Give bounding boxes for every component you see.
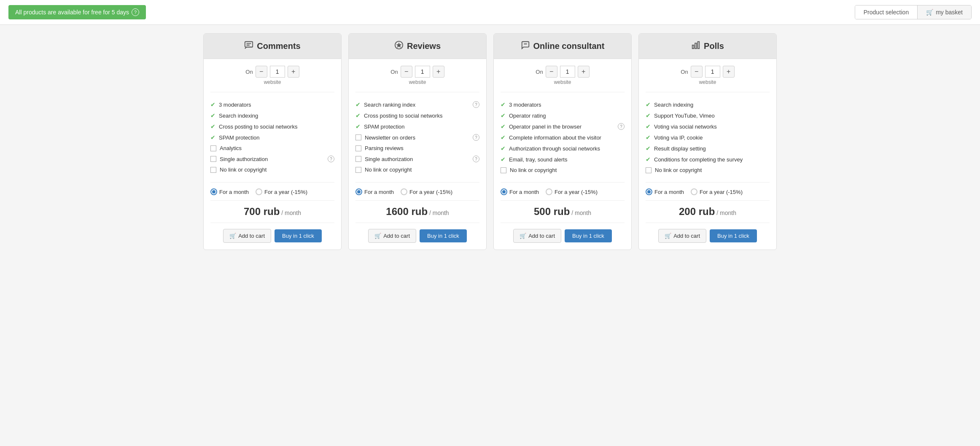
feature-item: ✔ Authorization through social networks	[501, 143, 625, 154]
buy-click-btn[interactable]: Buy in 1 click	[710, 229, 757, 242]
counter-increment-btn[interactable]: +	[723, 66, 735, 78]
billing-year-label: For a year (-15%)	[700, 189, 743, 195]
radio-year[interactable]	[691, 188, 697, 195]
billing-month-label: For a month	[654, 189, 684, 195]
add-cart-label: Add to cart	[383, 233, 410, 239]
radio-month[interactable]	[501, 188, 507, 195]
radio-month[interactable]	[646, 188, 652, 195]
website-counter-reviews: On − 1 + website	[355, 66, 479, 92]
feature-text: Email, tray, sound alerts	[509, 156, 567, 163]
nav-product-selection-label: Product selection	[864, 9, 909, 16]
counter-label: On	[681, 69, 688, 75]
counter-label: On	[536, 69, 543, 75]
top-navigation: Product selection 🛒 my basket	[855, 5, 972, 19]
feature-checkbox[interactable]	[355, 167, 361, 173]
feature-text: Search ranking index	[364, 102, 415, 108]
billing-month-label: For a month	[219, 189, 249, 195]
feature-checkbox[interactable]	[355, 145, 361, 151]
basket-icon: 🛒	[926, 9, 933, 16]
buy-click-btn[interactable]: Buy in 1 click	[275, 229, 322, 242]
feature-help-icon[interactable]: ?	[473, 156, 479, 162]
counter-value: 1	[270, 66, 285, 78]
promo-text: All products are available for free for …	[15, 9, 129, 16]
billing-year-option[interactable]: For a year (-15%)	[546, 188, 598, 195]
counter-increment-btn[interactable]: +	[288, 66, 299, 78]
billing-options: For a month For a year (-15%)	[355, 188, 479, 195]
radio-month[interactable]	[355, 188, 362, 195]
card-body-comments: On − 1 + website ✔ 3 moderators ✔ Search…	[204, 59, 341, 250]
feature-help-icon[interactable]: ?	[328, 156, 334, 162]
counter-label: On	[390, 69, 398, 75]
price-amount: 500 rub	[534, 206, 570, 217]
buy-click-btn[interactable]: Buy in 1 click	[420, 229, 467, 242]
radio-year[interactable]	[401, 188, 407, 195]
billing-year-option[interactable]: For a year (-15%)	[401, 188, 452, 195]
comments-icon	[244, 40, 253, 52]
website-text: website	[554, 79, 571, 85]
counter-decrement-btn[interactable]: −	[256, 66, 267, 78]
radio-year[interactable]	[256, 188, 262, 195]
features-list-online-consultant: ✔ 3 moderators ✔ Operator rating ✔ Opera…	[501, 99, 625, 175]
billing-month-option[interactable]: For a month	[501, 188, 539, 195]
feature-text: Single authorization	[220, 156, 268, 162]
feature-text: No link or copyright	[510, 167, 557, 173]
radio-year[interactable]	[546, 188, 552, 195]
billing-year-option[interactable]: For a year (-15%)	[691, 188, 743, 195]
add-to-cart-btn[interactable]: 🛒 Add to cart	[513, 229, 561, 243]
feature-help-icon[interactable]: ?	[473, 101, 479, 108]
feature-text: Cross posting to social networks	[364, 113, 442, 119]
counter-increment-btn[interactable]: +	[433, 66, 444, 78]
feature-help-icon[interactable]: ?	[618, 123, 625, 130]
feature-item: No link or copyright	[646, 165, 770, 175]
check-icon: ✔	[210, 123, 215, 130]
counter-decrement-btn[interactable]: −	[546, 66, 557, 78]
check-icon: ✔	[646, 123, 651, 130]
feature-checkbox[interactable]	[210, 145, 216, 151]
feature-item: ✔ SPAM protection	[210, 132, 334, 143]
feature-checkbox[interactable]	[210, 167, 216, 173]
counter-increment-btn[interactable]: +	[578, 66, 590, 78]
billing-month-option[interactable]: For a month	[646, 188, 684, 195]
price-section-comments: 700 rub / month	[210, 200, 334, 223]
feature-text: Voting via IP, cookie	[654, 134, 703, 141]
card-header-reviews: Reviews	[349, 34, 486, 59]
features-list-comments: ✔ 3 moderators ✔ Search indexing ✔ Cross…	[210, 99, 334, 175]
feature-checkbox[interactable]	[355, 156, 361, 162]
buy-click-btn[interactable]: Buy in 1 click	[565, 229, 612, 242]
feature-help-icon[interactable]: ?	[473, 134, 479, 141]
feature-text: Cross posting to social networks	[219, 124, 297, 130]
billing-month-label: For a month	[364, 189, 394, 195]
counter-decrement-btn[interactable]: −	[691, 66, 703, 78]
billing-section-polls: For a month For a year (-15%)	[646, 182, 770, 195]
promo-help-icon[interactable]: ?	[132, 8, 139, 16]
svg-rect-6	[692, 45, 694, 48]
nav-product-selection[interactable]: Product selection	[855, 5, 918, 19]
billing-month-option[interactable]: For a month	[355, 188, 394, 195]
check-icon: ✔	[646, 134, 651, 141]
feature-item: ✔ Voting via social networks	[646, 121, 770, 132]
add-to-cart-btn[interactable]: 🛒 Add to cart	[223, 229, 271, 243]
feature-checkbox[interactable]	[501, 167, 506, 173]
svg-rect-7	[695, 43, 697, 48]
product-card-reviews: Reviews On − 1 + website ✔ Search rankin…	[348, 33, 487, 250]
add-to-cart-btn[interactable]: 🛒 Add to cart	[658, 229, 706, 243]
feature-text: SPAM protection	[364, 124, 405, 130]
billing-month-option[interactable]: For a month	[210, 188, 249, 195]
nav-basket[interactable]: 🛒 my basket	[918, 5, 971, 19]
add-to-cart-btn[interactable]: 🛒 Add to cart	[368, 229, 416, 243]
feature-checkbox[interactable]	[210, 156, 216, 162]
radio-month[interactable]	[210, 188, 217, 195]
billing-year-option[interactable]: For a year (-15%)	[256, 188, 307, 195]
feature-checkbox[interactable]	[646, 167, 652, 173]
feature-item: Analytics	[210, 143, 334, 153]
product-card-polls: Polls On − 1 + website ✔ Search indexing	[638, 33, 777, 250]
feature-text: Operator rating	[509, 113, 546, 119]
feature-checkbox[interactable]	[355, 134, 361, 140]
feature-item: ✔ 3 moderators	[501, 99, 625, 110]
feature-item: Newsletter on orders ?	[355, 132, 479, 143]
counter-decrement-btn[interactable]: −	[401, 66, 412, 78]
price-amount: 700 rub	[244, 206, 280, 217]
feature-item: ✔ Search ranking index ?	[355, 99, 479, 110]
feature-text: Conditions for completing the survey	[654, 156, 743, 163]
feature-text: No link or copyright	[220, 167, 267, 173]
